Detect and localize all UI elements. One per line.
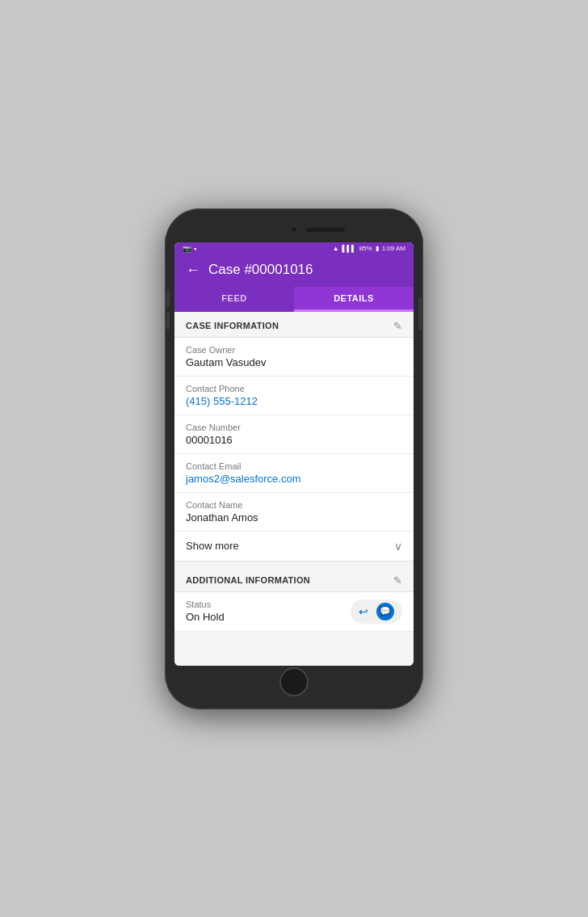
status-left: 📷 ▪	[183, 245, 196, 253]
tab-feed[interactable]: FEED	[174, 287, 294, 312]
camera	[291, 226, 297, 233]
status-label: Status	[186, 599, 225, 609]
power-button	[418, 297, 422, 330]
case-number-value: 00001016	[186, 434, 402, 446]
status-field: Status On Hold ↩ 💬	[174, 592, 414, 632]
page-title: Case #00001016	[208, 262, 313, 278]
contact-email-label: Contact Email	[186, 461, 402, 471]
case-number-field: Case Number 00001016	[174, 415, 414, 454]
status-left-content: Status On Hold	[186, 599, 225, 623]
wifi-icon: ▲	[333, 245, 339, 252]
chevron-down-icon: ∨	[394, 540, 402, 553]
status-right: ▲ ▌▌▌ 85% ▮ 1:09 AM	[333, 245, 405, 252]
status-value: On Hold	[186, 611, 225, 623]
speaker	[306, 228, 345, 232]
tab-details[interactable]: DETAILS	[294, 287, 414, 312]
contact-email-field: Contact Email jamos2@salesforce.com	[174, 454, 414, 493]
battery-icon: ▮	[376, 245, 379, 252]
phone-screen: 📷 ▪ ▲ ▌▌▌ 85% ▮ 1:09 AM ← Case #00001016…	[174, 242, 414, 666]
tab-bar: FEED DETAILS	[174, 287, 414, 312]
back-button[interactable]: ←	[186, 262, 200, 279]
contact-phone-value[interactable]: (415) 555-1212	[186, 395, 402, 407]
status-action-icons: ↩ 💬	[351, 599, 402, 624]
home-button[interactable]	[279, 667, 309, 696]
phone-top	[174, 220, 414, 242]
contact-phone-field: Contact Phone (415) 555-1212	[174, 376, 414, 415]
contact-name-field: Contact Name Jonathan Amos	[174, 493, 414, 532]
notification-icon: ▪	[194, 245, 196, 253]
contact-email-value[interactable]: jamos2@salesforce.com	[186, 473, 402, 485]
show-more-row[interactable]: Show more ∨	[174, 532, 414, 562]
additional-info-section: ADDITIONAL INFORMATION ✎ Status On Hold …	[174, 566, 414, 632]
contact-name-label: Contact Name	[186, 500, 402, 510]
signal-bars: ▌▌▌	[342, 245, 356, 252]
chat-icon[interactable]: 💬	[376, 603, 394, 620]
case-owner-label: Case Owner	[186, 345, 402, 355]
additional-info-title: ADDITIONAL INFORMATION	[186, 575, 310, 585]
contact-name-value: Jonathan Amos	[186, 511, 402, 524]
phone-bottom	[174, 666, 414, 698]
reply-icon[interactable]: ↩	[359, 605, 368, 618]
photo-icon: 📷	[183, 245, 191, 253]
case-info-edit-icon[interactable]: ✎	[393, 320, 402, 332]
contact-phone-label: Contact Phone	[186, 384, 402, 393]
app-header: ← Case #00001016	[174, 255, 414, 287]
volume-buttons	[166, 289, 170, 330]
battery-percent: 85%	[359, 245, 372, 252]
time-display: 1:09 AM	[382, 245, 405, 252]
additional-info-edit-icon[interactable]: ✎	[393, 574, 402, 587]
case-number-label: Case Number	[186, 423, 402, 432]
case-info-section-header: CASE INFORMATION ✎	[174, 312, 414, 338]
case-owner-field: Case Owner Gautam Vasudev	[174, 338, 414, 376]
content-area: CASE INFORMATION ✎ Case Owner Gautam Vas…	[174, 312, 414, 666]
case-info-title: CASE INFORMATION	[186, 321, 279, 330]
case-owner-value: Gautam Vasudev	[186, 356, 402, 368]
status-bar: 📷 ▪ ▲ ▌▌▌ 85% ▮ 1:09 AM	[174, 242, 414, 255]
additional-info-section-header: ADDITIONAL INFORMATION ✎	[174, 566, 414, 592]
show-more-label: Show more	[186, 540, 239, 552]
phone-frame: 📷 ▪ ▲ ▌▌▌ 85% ▮ 1:09 AM ← Case #00001016…	[165, 208, 423, 709]
